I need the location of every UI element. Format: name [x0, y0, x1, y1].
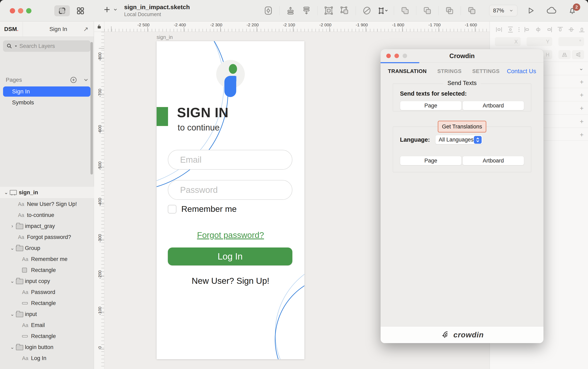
add-style-button[interactable]: +: [578, 91, 585, 99]
artboard[interactable]: SIGN IN to continue Email Password Remem…: [157, 41, 304, 359]
signup-text[interactable]: New User? Sign Up!: [157, 276, 304, 286]
cloud-sync-button[interactable]: [546, 7, 556, 15]
ruler-corner[interactable]: [94, 22, 104, 32]
insert-control[interactable]: [103, 6, 118, 13]
layer-chevron-icon[interactable]: ⌄: [9, 344, 16, 350]
x-position-field[interactable]: X: [495, 37, 521, 46]
layer-row[interactable]: ⌄ input: [0, 309, 94, 320]
subtract-button[interactable]: [422, 6, 432, 16]
toolbar-separator: [279, 6, 280, 15]
password-field[interactable]: Password: [168, 180, 292, 200]
union-button[interactable]: [400, 6, 410, 16]
canvas-view-button[interactable]: [54, 5, 70, 16]
layer-row[interactable]: ⌄ sign_in: [0, 186, 94, 199]
layer-row[interactable]: Rectangle: [0, 265, 94, 276]
vertical-ruler[interactable]: -800-700-600-500-400-300-200-1000: [94, 32, 104, 369]
section-collapse-icon[interactable]: ⌄: [579, 65, 584, 71]
ungroup-button[interactable]: [340, 6, 349, 16]
horizontal-ruler[interactable]: -2 500-2 400-2 300-2 200-2 100-2 000-1 9…: [104, 22, 490, 32]
layer-row[interactable]: ⌄ input copy: [0, 276, 94, 287]
login-button[interactable]: Log In: [168, 248, 292, 265]
send-backward-button[interactable]: [302, 6, 311, 16]
artboard-tool-button[interactable]: [378, 6, 388, 16]
language-select[interactable]: All Languages: [435, 135, 483, 144]
align-bottom-icon[interactable]: [578, 26, 585, 33]
dialog-tab[interactable]: SETTINGS: [472, 68, 500, 74]
layer-row[interactable]: Rectangle: [0, 331, 94, 342]
minimize-window-button[interactable]: [18, 8, 23, 13]
forgot-password-link[interactable]: Forgot password?: [157, 230, 304, 240]
layer-chevron-icon[interactable]: ⌄: [9, 245, 16, 251]
external-link-icon[interactable]: ↗: [83, 25, 88, 33]
send-artboard-button[interactable]: Artboard: [462, 101, 524, 110]
artboard-name-label[interactable]: sign_in: [157, 34, 173, 40]
distribute-vertical-icon[interactable]: [507, 26, 514, 33]
dialog-titlebar[interactable]: Crowdin: [381, 49, 544, 63]
close-window-button[interactable]: [10, 8, 15, 13]
layers-scrollbar[interactable]: [90, 42, 93, 175]
add-style-button[interactable]: +: [578, 118, 585, 125]
layer-chevron-icon[interactable]: ›: [9, 223, 16, 229]
layer-row[interactable]: New User? Sign Up!: [0, 199, 94, 209]
symbol-button[interactable]: [263, 6, 273, 16]
layer-row[interactable]: Log In: [0, 353, 94, 364]
difference-button[interactable]: [467, 6, 477, 16]
grid-view-button[interactable]: [73, 5, 88, 16]
fullscreen-window-button[interactable]: [26, 8, 32, 13]
align-middle-vertical-icon[interactable]: [568, 26, 575, 33]
zoom-control[interactable]: 87%: [489, 5, 517, 16]
distribute-horizontal-icon[interactable]: [495, 26, 503, 33]
y-position-field[interactable]: Y: [526, 37, 552, 46]
add-style-button[interactable]: +: [578, 131, 585, 139]
rotate-button[interactable]: [362, 6, 372, 16]
dialog-title: Crowdin: [381, 52, 544, 60]
search-input[interactable]: Search Layers: [3, 40, 90, 52]
get-translations-button[interactable]: Get Translations: [438, 121, 486, 132]
align-top-icon[interactable]: [557, 26, 564, 33]
ruler-label: -2 000: [319, 22, 332, 27]
layer-row[interactable]: Rectangle: [0, 298, 94, 309]
preview-button[interactable]: [527, 7, 535, 15]
layer-chevron-icon[interactable]: ⌄: [2, 189, 10, 195]
group-button[interactable]: [324, 6, 334, 16]
add-page-button[interactable]: [70, 76, 77, 84]
layer-row[interactable]: Password: [0, 287, 94, 298]
flip-vertical-button[interactable]: [572, 50, 584, 59]
intersect-button[interactable]: [445, 6, 454, 16]
rotation-field[interactable]: °: [558, 37, 584, 46]
layer-row[interactable]: Email: [0, 320, 94, 331]
layer-chevron-icon[interactable]: ⌄: [9, 311, 16, 317]
tab-document[interactable]: Sign In ↗: [23, 22, 94, 37]
tab-dsm[interactable]: DSM.: [0, 22, 23, 37]
flip-horizontal-button[interactable]: [558, 50, 571, 59]
align-right-icon[interactable]: [546, 26, 553, 33]
layer-row[interactable]: ⌄ login button: [0, 342, 94, 353]
align-center-horizontal-icon[interactable]: [535, 26, 542, 33]
layer-chevron-icon[interactable]: ⌄: [9, 278, 16, 284]
dialog-tab[interactable]: TRANSLATION: [388, 68, 427, 74]
layer-row[interactable]: Forgot password?: [0, 232, 94, 243]
email-field[interactable]: Email: [168, 150, 292, 170]
layer-row[interactable]: to-continue: [0, 209, 94, 220]
more-options-icon[interactable]: [516, 26, 522, 33]
canvas-view-icon: [58, 7, 66, 15]
align-left-icon[interactable]: [524, 26, 531, 33]
layer-row[interactable]: › impact_gray: [0, 220, 94, 232]
layer-row[interactable]: Remember me: [0, 254, 94, 265]
send-page-button[interactable]: Page: [400, 101, 462, 110]
collapse-pages-button[interactable]: [83, 77, 89, 83]
contact-us-link[interactable]: Contact Us: [507, 68, 536, 75]
union-icon: [400, 6, 410, 15]
layer-row[interactable]: ⌄ Group: [0, 243, 94, 254]
get-artboard-button[interactable]: Artboard: [462, 156, 524, 165]
toolbar-separator: [394, 6, 394, 15]
notifications-button[interactable]: 2: [568, 6, 577, 15]
dialog-tab[interactable]: STRINGS: [437, 68, 462, 74]
remember-me-checkbox[interactable]: [168, 205, 176, 213]
get-page-button[interactable]: Page: [400, 156, 462, 165]
add-style-button[interactable]: +: [578, 105, 585, 112]
add-style-button[interactable]: +: [578, 78, 585, 86]
page-item[interactable]: Sign In: [3, 86, 90, 97]
page-item[interactable]: Symbols: [3, 98, 90, 108]
bring-forward-button[interactable]: [286, 6, 295, 16]
